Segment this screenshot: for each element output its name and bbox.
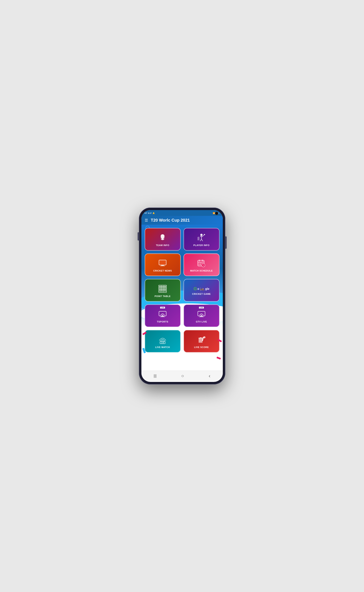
cricket-news-label: Cricket NEWS [153, 269, 172, 272]
menu-button[interactable]: ☰ [145, 218, 148, 223]
svg-point-5 [200, 234, 202, 236]
camera [215, 212, 218, 215]
notification-icons: 🔔 [152, 212, 155, 214]
svg-line-8 [200, 239, 202, 241]
app-title: T20 Worlc Cup 2021 [151, 218, 190, 223]
svg-rect-47 [199, 317, 204, 317]
team-info-label: TEAM INFO [156, 244, 169, 247]
player-info-button[interactable]: PLAYER INFO [183, 228, 220, 251]
live-badge-tsports: LIVE [160, 306, 165, 309]
live-match-button[interactable]: LIVE LIVE MATCH [145, 330, 181, 352]
recent-apps-button[interactable]: ||| [154, 374, 157, 378]
tsports-label: TSPORTS [157, 320, 168, 323]
menu-grid: TEAM INFO [145, 228, 220, 352]
live-broadcast-icon: LIVE [158, 335, 168, 345]
gtv-live-label: GTV LIVE [196, 320, 207, 323]
status-left: KT 5:17 🔔 [145, 212, 155, 214]
svg-rect-43 [160, 317, 165, 317]
svg-point-45 [201, 315, 202, 316]
svg-rect-33 [159, 288, 167, 289]
svg-rect-18 [160, 266, 165, 266]
cricket-helmet-icon [158, 233, 168, 243]
svg-rect-55 [201, 338, 203, 338]
svg-rect-32 [159, 287, 167, 288]
point-table-label: POINT TABLE [155, 295, 171, 297]
svg-rect-37 [159, 291, 167, 292]
svg-point-41 [162, 315, 163, 316]
live-score-label: LIVE SCORE [194, 346, 209, 348]
cricket-game-button[interactable]: G o 🦗 gle CRICKET GAME [183, 279, 220, 302]
svg-rect-24 [200, 263, 201, 264]
svg-rect-27 [200, 264, 201, 265]
bottom-nav: ||| ○ ‹ [141, 371, 223, 381]
back-button[interactable]: ‹ [209, 373, 210, 379]
team-info-button[interactable]: TEAM INFO [145, 228, 181, 251]
svg-rect-26 [199, 264, 199, 265]
svg-rect-23 [199, 263, 199, 264]
svg-rect-50 [199, 338, 200, 343]
carrier: KT [145, 212, 147, 214]
match-schedule-button[interactable]: MATCH SCHEDULE [183, 254, 220, 276]
main-content: TEAM INFO [141, 225, 223, 371]
gtv-live-button[interactable]: LIVE GTV LIVE [183, 305, 220, 327]
wifi-icon: 📶 [213, 212, 215, 214]
tsports-button[interactable]: LIVE TSPORTS [145, 305, 181, 327]
svg-rect-25 [202, 263, 202, 264]
monitor-icon [158, 258, 168, 268]
point-table-button[interactable]: POINT TABLE [145, 279, 181, 302]
phone-screen: KT 5:17 🔔 📶 60% ☰ T20 Worlc Cup 2021 [141, 210, 223, 382]
cricket-stumps-icon [196, 335, 206, 345]
table-icon [158, 284, 168, 294]
calendar-icon [196, 258, 206, 268]
svg-line-10 [203, 234, 204, 236]
status-bar: KT 5:17 🔔 📶 60% [141, 210, 223, 216]
svg-point-3 [162, 235, 163, 236]
phone-frame: KT 5:17 🔔 📶 60% ☰ T20 Worlc Cup 2021 [139, 208, 225, 384]
cricket-player-icon [196, 233, 206, 243]
cricket-news-button[interactable]: Cricket NEWS [145, 254, 181, 276]
gtv-tv-icon [196, 309, 206, 319]
svg-rect-34 [159, 290, 167, 291]
google-cricket-icon: G o 🦗 gle [194, 286, 209, 292]
time: 5:17 [148, 212, 152, 214]
svg-rect-16 [159, 260, 166, 265]
app-header: ☰ T20 Worlc Cup 2021 [141, 216, 223, 225]
confetti-4 [216, 357, 221, 359]
svg-rect-51 [200, 338, 201, 343]
svg-rect-46 [200, 316, 203, 317]
svg-line-9 [202, 239, 203, 241]
svg-rect-17 [161, 265, 164, 266]
cricket-game-label: CRICKET GAME [192, 293, 211, 295]
svg-text:LIVE: LIVE [161, 342, 164, 344]
svg-rect-31 [159, 285, 167, 286]
home-button[interactable]: ○ [181, 373, 184, 379]
live-badge-gtv: LIVE [199, 306, 204, 309]
svg-rect-4 [162, 238, 163, 240]
live-score-button[interactable]: LIVE SCORE [183, 330, 220, 352]
svg-rect-42 [161, 316, 164, 317]
match-schedule-label: MATCH SCHEDULE [190, 269, 213, 272]
live-match-label: LIVE MATCH [155, 346, 170, 348]
player-info-label: PLAYER INFO [193, 244, 209, 247]
tsports-tv-icon [158, 309, 168, 319]
